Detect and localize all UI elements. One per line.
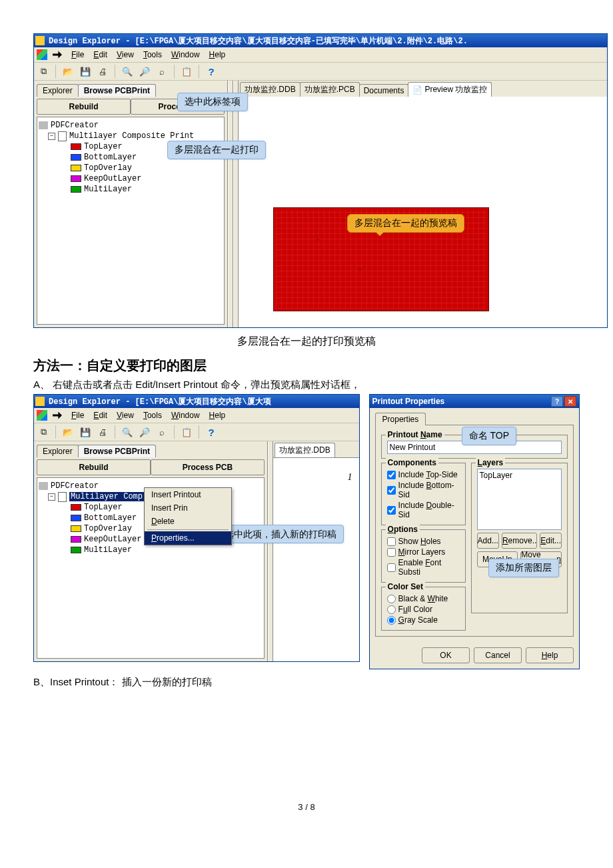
callout-select-tab: 选中此标签项: [177, 93, 248, 111]
color-set-group: Color Set Black & White Full Color Gray …: [381, 587, 466, 631]
splitter[interactable]: [233, 81, 239, 327]
menu-help[interactable]: Help: [205, 49, 230, 61]
dialog-tab-properties[interactable]: Properties: [375, 413, 426, 425]
chk-include-double[interactable]: Include Double-Sid: [387, 501, 460, 519]
remove-button[interactable]: Remove..: [502, 533, 537, 549]
dialog-title: Printout Properties: [372, 397, 445, 406]
splitter[interactable]: [228, 81, 233, 327]
radio-full-color[interactable]: Full Color: [387, 605, 460, 614]
menu-tools[interactable]: Tools: [139, 49, 166, 61]
open-icon[interactable]: 📂: [61, 65, 75, 78]
chk-font-substi[interactable]: Enable Font Substi: [387, 558, 460, 577]
nav-arrow-icon[interactable]: [53, 50, 62, 59]
menu-view[interactable]: View: [113, 409, 138, 421]
window-title: Design Explorer - [E:\FPGA\厦大项目移交内容\厦大项: [49, 396, 271, 407]
doc-tab-pcb[interactable]: 功放监控.PCB: [300, 82, 360, 97]
app-window-1: Design Explorer - [E:\FPGA\厦大项目移交内容\厦大项目…: [33, 33, 608, 328]
menu-view[interactable]: View: [113, 49, 138, 61]
help-icon[interactable]: ?: [205, 425, 218, 439]
tab-browse-pcbprint[interactable]: Browse PCBPrint: [78, 84, 156, 97]
layers-group: Layers TopLayer Add... Remove.. Edit...: [471, 463, 568, 613]
collapse-icon[interactable]: −: [48, 133, 55, 140]
radio-gray-scale[interactable]: Gray Scale: [387, 615, 460, 625]
zoom-area-icon[interactable]: ⌕: [155, 425, 169, 439]
zoom-in-icon[interactable]: 🔍: [121, 425, 134, 439]
menu-edit[interactable]: Edit: [89, 49, 111, 61]
help-button[interactable]: Help: [526, 647, 574, 663]
left-panel: Explorer Browse PCBPrint Rebuild Process…: [34, 441, 268, 661]
zoom-area-icon[interactable]: ⌕: [155, 65, 169, 78]
callout-insert-new: 选中此项，插入新的打印稿: [217, 525, 344, 543]
open-icon[interactable]: 📂: [61, 425, 75, 439]
menu-window[interactable]: Window: [167, 49, 204, 61]
ok-button[interactable]: OK: [422, 647, 470, 663]
doc-tab-documents[interactable]: Documents: [359, 84, 409, 97]
context-menu: Insert Printout Insert Prin Delete Prope…: [144, 487, 232, 545]
print-icon[interactable]: 🖨: [96, 425, 109, 439]
layer-tree[interactable]: PDFCreator −Multilayer Comp TopLayer Bot…: [37, 477, 265, 659]
save-icon[interactable]: 💾: [79, 65, 92, 78]
layer-swatch-icon: [71, 143, 81, 150]
layer-swatch-icon: [71, 536, 81, 543]
edit-button[interactable]: Edit...: [540, 533, 562, 549]
copy-icon[interactable]: 📋: [180, 425, 193, 439]
rebuild-button[interactable]: Rebuild: [37, 459, 151, 475]
titlebar: Design Explorer - [E:\FPGA\厦大项目移交内容\厦大项: [34, 395, 359, 408]
nav-arrow-icon[interactable]: [53, 411, 62, 420]
printout-name-label: Printout Name: [386, 430, 444, 439]
components-group: Components Include Top-Side Include Bott…: [381, 463, 466, 525]
splitter[interactable]: [268, 441, 273, 661]
chk-include-top[interactable]: Include Top-Side: [387, 470, 460, 479]
options-group: Options Show Holes Mirror Layers Enable …: [381, 529, 466, 583]
tree-icon[interactable]: ⧉: [37, 425, 50, 439]
dialog-close-icon[interactable]: ✕: [564, 396, 576, 407]
doc-tab-preview[interactable]: 📄 Preview 功放监控: [408, 82, 492, 97]
help-icon[interactable]: ?: [205, 65, 218, 78]
layer-swatch-icon: [71, 515, 81, 521]
tab-explorer[interactable]: Explorer: [37, 84, 79, 97]
rebuild-button[interactable]: Rebuild: [37, 99, 131, 115]
cancel-button[interactable]: Cancel: [474, 647, 522, 663]
tab-explorer[interactable]: Explorer: [37, 445, 79, 457]
layers-list-item[interactable]: TopLayer: [480, 471, 559, 480]
ctx-insert-printout[interactable]: Insert Printout: [145, 488, 231, 501]
left-panel: Explorer Browse PCBPrint Rebuild Process…: [34, 81, 228, 327]
window-title: Design Explorer - [E:\FPGA\厦大项目移交内容\厦大项目…: [49, 35, 468, 47]
tab-browse-pcbprint[interactable]: Browse PCBPrint: [78, 445, 156, 457]
titlebar: Design Explorer - [E:\FPGA\厦大项目移交内容\厦大项目…: [34, 34, 607, 47]
zoom-out-icon[interactable]: 🔎: [138, 425, 151, 439]
radio-bw[interactable]: Black & White: [387, 594, 460, 603]
selected-tree-item[interactable]: Multilayer Comp: [69, 492, 144, 501]
callout-name-top: 命名 TOP: [462, 427, 516, 445]
dialog-help-icon[interactable]: ?: [551, 396, 563, 407]
zoom-in-icon[interactable]: 🔍: [121, 65, 134, 78]
menu-window[interactable]: Window: [167, 409, 204, 421]
right-panel: 功放监控.DDB 1: [273, 441, 359, 661]
add-button[interactable]: Add...: [477, 533, 499, 549]
chk-include-bottom[interactable]: Include Bottom-Sid: [387, 481, 460, 499]
layers-listbox[interactable]: TopLayer: [477, 469, 562, 530]
menu-file[interactable]: File: [67, 49, 88, 61]
print-icon[interactable]: 🖨: [96, 65, 109, 78]
document-tabs: 功放监控.DDB 功放监控.PCB Documents 📄 Preview 功放…: [239, 81, 607, 97]
chk-mirror-layers[interactable]: Mirror Layers: [387, 547, 460, 557]
layer-swatch-icon: [71, 165, 81, 171]
toolbar: ⧉ 📂 💾 🖨 🔍 🔎 ⌕ 📋 ?: [34, 63, 607, 81]
copy-icon[interactable]: 📋: [180, 65, 193, 78]
ctx-delete[interactable]: Delete: [145, 515, 231, 528]
chk-show-holes[interactable]: Show Holes: [387, 537, 460, 546]
menu-file[interactable]: File: [67, 409, 88, 421]
tree-icon[interactable]: ⧉: [37, 65, 50, 78]
process-pcb-button[interactable]: Process PCB: [151, 459, 265, 475]
ctx-properties[interactable]: Properties...: [145, 531, 231, 545]
ctx-insert-prin[interactable]: Insert Prin: [145, 501, 231, 515]
save-icon[interactable]: 💾: [79, 425, 92, 439]
zoom-out-icon[interactable]: 🔎: [138, 65, 151, 78]
menu-edit[interactable]: Edit: [89, 409, 111, 421]
doc-tab-ddb[interactable]: 功放监控.DDB: [240, 82, 301, 97]
collapse-icon[interactable]: −: [48, 493, 55, 501]
menu-help[interactable]: Help: [205, 409, 230, 421]
menu-tools[interactable]: Tools: [139, 409, 166, 421]
doc-tab-ddb[interactable]: 功放监控.DDB: [275, 443, 335, 457]
method-heading: 方法一：自定义要打印的图层: [33, 357, 580, 375]
